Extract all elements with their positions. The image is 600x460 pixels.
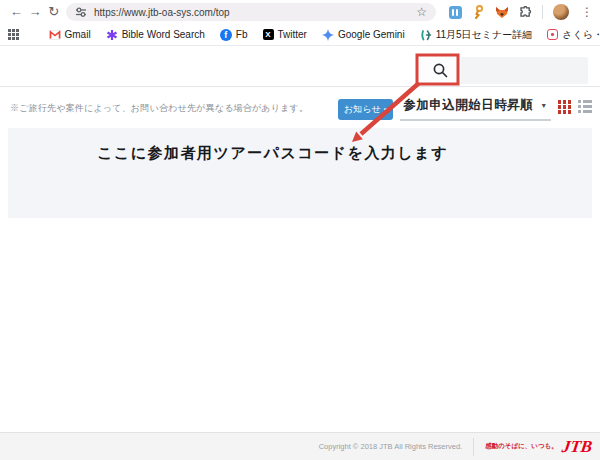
- jtb-brand: 感動のそばに、いつも。 JTB: [485, 438, 592, 455]
- tour-passcode-search-bar[interactable]: [420, 57, 588, 84]
- forward-icon[interactable]: →: [26, 0, 45, 24]
- sort-order-dropdown[interactable]: 参加申込開始日時昇順 ▼: [400, 97, 550, 121]
- gold-key-extension-icon[interactable]: [472, 5, 485, 19]
- copyright-text: Copyright © 2018 JTB All Rights Reserved…: [319, 442, 463, 451]
- extensions-area: ⋮: [449, 4, 593, 20]
- grid-view-icon[interactable]: [558, 100, 572, 114]
- gmail-icon: [49, 29, 61, 41]
- news-button-label: お知らせ: [344, 103, 381, 116]
- tour-list-panel: ここに参加者用ツアーパスコードを入力します: [8, 128, 592, 218]
- apps-grid-icon[interactable]: [8, 29, 19, 40]
- bookmark-label: Google Gemini: [338, 29, 405, 40]
- site-info-icon[interactable]: [75, 6, 87, 18]
- site-header: [0, 47, 600, 87]
- reload-icon[interactable]: ↻: [44, 0, 63, 24]
- jtb-tagline: 感動のそばに、いつも。: [485, 442, 558, 451]
- bookmark-seminar[interactable]: 11月5日セミナー詳細: [420, 28, 533, 42]
- chrome-menu-icon[interactable]: ⋮: [581, 5, 593, 19]
- page-footer: Copyright © 2018 JTB All Rights Reserved…: [0, 432, 600, 460]
- gemini-star-icon: [322, 29, 334, 41]
- bookmark-label: 11月5日セミナー詳細: [436, 28, 533, 42]
- contact-note-text: ※ご旅行先や案件によって、お問い合わせ先が異なる場合があります。: [10, 102, 308, 115]
- bookmark-gmail[interactable]: Gmail: [49, 29, 91, 41]
- browser-toolbar: ← → ↻ https://www.jtb-oa-sys.com/top ☆ ⋮: [0, 0, 600, 24]
- list-controls: お知らせ ▾ 参加申込開始日時昇順 ▼: [338, 97, 592, 121]
- teal-favicon: [420, 29, 432, 41]
- blue-extension-icon[interactable]: [449, 6, 462, 19]
- bookmark-facebook[interactable]: f Fb: [220, 29, 248, 41]
- url-text[interactable]: https://www.jtb-oa-sys.com/top: [94, 7, 409, 18]
- bookmark-star-icon[interactable]: ☆: [416, 5, 427, 19]
- bookmark-bible-word-search[interactable]: Bible Word Search: [106, 29, 205, 41]
- bookmark-label: Bible Word Search: [122, 29, 205, 40]
- search-icon: [432, 62, 449, 79]
- bookmarks-bar: Gmail Bible Word Search f Fb X Twitter G…: [0, 24, 600, 46]
- list-view-icon[interactable]: [578, 100, 592, 113]
- facebook-icon: f: [220, 29, 232, 41]
- fox-extension-icon[interactable]: [495, 6, 509, 19]
- sort-order-label: 参加申込開始日時昇順: [403, 97, 533, 114]
- news-button[interactable]: お知らせ ▾: [338, 99, 393, 120]
- search-button[interactable]: [420, 57, 461, 84]
- footer-divider: [473, 438, 474, 456]
- back-icon[interactable]: ←: [7, 0, 26, 24]
- bookmark-sakura-mail[interactable]: さくら・新メールイ...: [547, 28, 600, 42]
- profile-avatar[interactable]: [553, 4, 569, 20]
- x-icon: X: [263, 29, 274, 40]
- bookmark-label: Gmail: [65, 29, 91, 40]
- extensions-puzzle-icon[interactable]: [519, 6, 532, 19]
- bookmark-google-gemini[interactable]: Google Gemini: [322, 29, 405, 41]
- bookmark-twitter[interactable]: X Twitter: [263, 29, 307, 40]
- address-bar[interactable]: https://www.jtb-oa-sys.com/top ☆: [66, 3, 436, 21]
- content-toolbar: ※ご旅行先や案件によって、お問い合わせ先が異なる場合があります。 お知らせ ▾ …: [0, 88, 600, 128]
- jtb-logo: JTB: [561, 438, 594, 455]
- bookmark-label: さくら・新メールイ...: [562, 28, 600, 42]
- purple-flower-icon: [106, 29, 118, 41]
- instruction-annotation-text: ここに参加者用ツアーパスコードを入力します: [97, 144, 448, 163]
- chevron-down-icon: ▼: [540, 102, 547, 109]
- red-outline-favicon: [547, 29, 558, 40]
- caret-down-icon: ▾: [384, 106, 388, 114]
- bookmark-label: Twitter: [278, 29, 307, 40]
- toolbar-divider: [542, 5, 543, 19]
- bookmark-label: Fb: [236, 29, 248, 40]
